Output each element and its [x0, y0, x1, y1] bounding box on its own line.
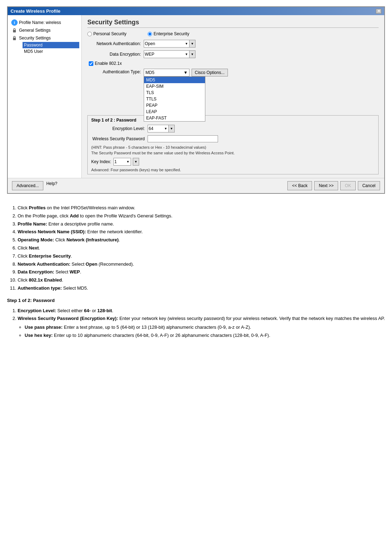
enc-level-row: Encryption Level: 64 128 ▼	[91, 125, 375, 132]
step-8-bold2: Open	[86, 261, 97, 267]
dialog-footer: Advanced... Help? << Back Next >> OK Can…	[8, 178, 384, 193]
tree-item-md5-user[interactable]: MD5 User	[23, 48, 79, 55]
dropdown-opt-eap-sim[interactable]: EAP-SIM	[144, 83, 205, 90]
step-5: Operating Mode: Click Network (Infrastru…	[18, 236, 385, 244]
tree-label-profile-name: Profile Name: wireless	[19, 20, 61, 25]
hint-text: (HINT: Pass phrase - 5 characters or Hex…	[91, 145, 375, 149]
tree-item-password[interactable]: Password	[23, 42, 79, 48]
sub-step-1-bold2: 64-	[84, 308, 91, 313]
step-5-bold: Operating Mode:	[18, 237, 54, 242]
step-2: On the Profile page, click Add to open t…	[18, 212, 385, 220]
tree-label-md5-user: MD5 User	[24, 49, 43, 54]
auth-type-row: Authentication Type: MD5 ▼ MD5 EAP-SIM T…	[87, 69, 379, 76]
step-7-bold: Enterprise Security	[29, 253, 71, 259]
radio-enterprise-security[interactable]: Enterprise Security	[148, 31, 189, 36]
key-index-select[interactable]: 1 2 3 4	[113, 158, 131, 166]
step-1-bold: Profiles	[29, 205, 46, 210]
step-7: Click Enterprise Security.	[18, 253, 385, 260]
tree-item-general-settings[interactable]: General Settings	[10, 26, 79, 34]
tree-item-security-settings[interactable]: Security Settings	[10, 34, 79, 42]
create-wireless-profile-dialog: Create Wireless Profile ✕ i Profile Name…	[7, 6, 385, 194]
info-icon: i	[11, 19, 18, 26]
sub-step-1-bold: Encryption Level:	[18, 308, 56, 313]
enc-level-arrow[interactable]: ▼	[168, 125, 175, 132]
dropdown-opt-eap-fast[interactable]: EAP-FAST	[144, 115, 205, 121]
enc-level-label: Encryption Level:	[91, 126, 148, 131]
step-6: Click Next.	[18, 245, 385, 252]
dropdown-opt-md5[interactable]: MD5	[144, 77, 205, 83]
step-11-bold: Authentication type:	[18, 285, 62, 291]
wsp-row: Wireless Security Password	[91, 135, 375, 142]
bullet-1-bold: Use pass phrase:	[25, 325, 63, 330]
svg-rect-0	[13, 30, 16, 32]
cisco-options-button[interactable]: Cisco Options...	[192, 69, 228, 76]
auth-type-value: MD5	[145, 70, 154, 75]
instructions: Click Profiles on the Intel PROSet/Wirel…	[0, 204, 392, 351]
step-6-bold: Next	[29, 245, 39, 251]
advanced-button[interactable]: Advanced...	[12, 181, 43, 190]
key-index-row: Key Index: 1 2 3 4 ▼	[91, 158, 375, 166]
svg-rect-1	[13, 38, 16, 40]
step-11: Authentication type: Select MD5.	[18, 285, 385, 292]
tree-item-profile-name[interactable]: i Profile Name: wireless	[10, 19, 79, 26]
auth-type-controls: MD5 ▼ MD5 EAP-SIM TLS TTLS PEAP LEAP EAP…	[144, 69, 228, 76]
sub-steps-list: Encryption Level: Select either 64- or 1…	[18, 307, 385, 339]
advanced-note: Advanced: Four passwords (keys) may be s…	[91, 168, 375, 172]
right-panel: Security Settings Personal Security Ente…	[82, 15, 384, 178]
step-4: Wireless Network Name (SSID): Enter the …	[18, 228, 385, 236]
sub-step-2: Wireless Security Password (Encryption K…	[18, 315, 385, 339]
dialog-title: Create Wireless Profile	[11, 8, 61, 14]
step-group-title: Step 1 of 2 : Password	[91, 118, 375, 123]
section-title: Security Settings	[87, 19, 379, 28]
back-button[interactable]: << Back	[287, 181, 312, 190]
enable-8021x-checkbox[interactable]	[89, 61, 93, 66]
step-4-bold: Wireless Network Name (SSID):	[18, 229, 86, 234]
key-index-label: Key Index:	[91, 159, 111, 164]
enable-8021x-label: Enable 802.1x	[95, 61, 122, 66]
dropdown-opt-peap[interactable]: PEAP	[144, 102, 205, 109]
wsp-input[interactable]	[148, 135, 218, 142]
bullet-2-bold: Use hex key:	[25, 333, 53, 338]
lock-icon-general	[11, 27, 18, 33]
footer-left: Advanced... Help?	[12, 181, 57, 190]
ok-button[interactable]: OK	[340, 181, 355, 190]
data-enc-label: Data Encryption:	[87, 52, 144, 57]
auth-type-dropdown-wrapper: MD5 ▼ MD5 EAP-SIM TLS TTLS PEAP LEAP EAP…	[144, 69, 189, 76]
bullet-2: Use hex key: Enter up to 10 alphanumeric…	[25, 332, 385, 339]
network-auth-select[interactable]: Open	[144, 40, 189, 48]
dropdown-opt-tls[interactable]: TLS	[144, 90, 205, 96]
tree-label-password: Password	[24, 43, 43, 48]
network-auth-label: Network Authentication:	[87, 41, 144, 46]
dropdown-opt-ttls[interactable]: TTLS	[144, 96, 205, 102]
footer-right: << Back Next >> OK Cancel	[287, 181, 380, 190]
dropdown-opt-leap[interactable]: LEAP	[144, 109, 205, 115]
enc-level-select-wrapper: 64 128	[148, 125, 169, 132]
radio-enterprise-input[interactable]	[148, 32, 152, 36]
step-1: Click Profiles on the Intel PROSet/Wirel…	[18, 204, 385, 212]
radio-personal-input[interactable]	[87, 32, 92, 36]
network-auth-select-wrapper: Open	[144, 40, 189, 48]
data-enc-select[interactable]: WEP	[144, 50, 189, 58]
cancel-button[interactable]: Cancel	[358, 181, 380, 190]
step-5-bold2: Network (Infrastructure)	[67, 237, 119, 242]
auth-type-field[interactable]: MD5 ▼	[144, 69, 189, 76]
radio-personal-security[interactable]: Personal Security	[87, 31, 126, 36]
step-8: Network Authentication: Select Open (Rec…	[18, 261, 385, 268]
dialog-body: i Profile Name: wireless General Setting…	[8, 15, 384, 178]
key-index-arrow[interactable]: ▼	[133, 158, 139, 166]
help-link[interactable]: Help?	[46, 181, 57, 190]
step-heading: Step 1 of 2: Password	[7, 297, 385, 304]
next-button[interactable]: Next >>	[314, 181, 338, 190]
radio-row: Personal Security Enterprise Security	[87, 31, 379, 36]
close-button[interactable]: ✕	[376, 9, 381, 14]
bullet-1: Use pass phrase: Enter a text phrase, up…	[25, 324, 385, 331]
step-group: Step 1 of 2 : Password Encryption Level:…	[87, 115, 379, 174]
step-10-bold: 802.1x Enabled	[29, 277, 62, 283]
data-enc-arrow[interactable]: ▼	[189, 50, 195, 58]
bullets-list: Use pass phrase: Enter a text phrase, up…	[25, 324, 385, 339]
data-enc-row: Data Encryption: WEP ▼	[87, 50, 379, 58]
enc-level-select[interactable]: 64 128	[148, 125, 169, 132]
step-9-bold: Data Encryption:	[18, 269, 54, 274]
network-auth-arrow[interactable]: ▼	[189, 40, 195, 48]
step-3-bold: Profile Name:	[18, 221, 47, 227]
